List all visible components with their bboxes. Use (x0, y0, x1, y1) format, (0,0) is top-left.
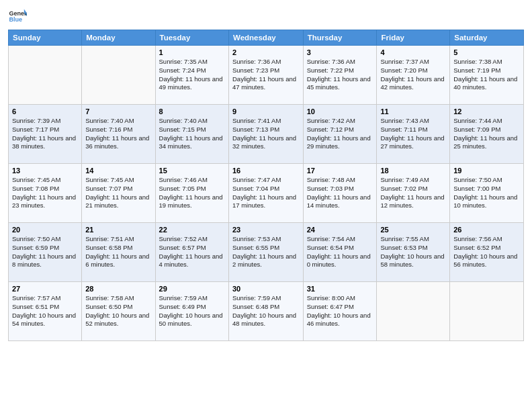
page-header: General Blue (8, 7, 524, 26)
weekday-header-monday: Monday (82, 30, 155, 46)
calendar-cell: 20 Sunrise: 7:50 AMSunset: 6:59 PMDaylig… (9, 223, 82, 282)
day-number: 18 (380, 167, 446, 175)
day-number: 8 (159, 107, 225, 116)
calendar-cell: 29 Sunrise: 7:59 AMSunset: 6:49 PMDaylig… (155, 282, 228, 341)
weekday-header-row: SundayMondayTuesdayWednesdayThursdayFrid… (9, 30, 524, 46)
calendar-cell: 21 Sunrise: 7:51 AMSunset: 6:58 PMDaylig… (82, 223, 155, 282)
calendar-cell: 4 Sunrise: 7:37 AMSunset: 7:20 PMDayligh… (377, 46, 450, 105)
logo: General Blue (8, 7, 28, 26)
calendar-cell: 15 Sunrise: 7:46 AMSunset: 7:05 PMDaylig… (155, 164, 228, 223)
week-row-2: 6 Sunrise: 7:39 AMSunset: 7:17 PMDayligh… (9, 105, 524, 164)
day-number: 29 (159, 285, 225, 293)
calendar-cell (82, 46, 155, 105)
day-info: Sunrise: 7:56 AMSunset: 6:52 PMDaylight:… (453, 235, 520, 269)
day-info: Sunrise: 7:36 AMSunset: 7:23 PMDaylight:… (232, 58, 300, 92)
day-info: Sunrise: 7:47 AMSunset: 7:04 PMDaylight:… (232, 176, 300, 210)
day-info: Sunrise: 7:50 AMSunset: 7:00 PMDaylight:… (453, 176, 520, 210)
logo-icon: General Blue (8, 7, 27, 26)
calendar-cell: 11 Sunrise: 7:43 AMSunset: 7:11 PMDaylig… (377, 105, 450, 164)
day-info: Sunrise: 7:44 AMSunset: 7:09 PMDaylight:… (453, 117, 520, 151)
calendar-cell: 9 Sunrise: 7:41 AMSunset: 7:13 PMDayligh… (228, 105, 303, 164)
day-number: 22 (159, 226, 225, 234)
day-info: Sunrise: 7:52 AMSunset: 6:57 PMDaylight:… (159, 235, 225, 269)
day-number: 20 (12, 226, 78, 234)
calendar-cell: 19 Sunrise: 7:50 AMSunset: 7:00 PMDaylig… (450, 164, 524, 223)
calendar-cell: 6 Sunrise: 7:39 AMSunset: 7:17 PMDayligh… (9, 105, 82, 164)
calendar-cell (450, 282, 524, 341)
weekday-header-tuesday: Tuesday (155, 30, 228, 46)
day-info: Sunrise: 7:36 AMSunset: 7:22 PMDaylight:… (307, 58, 373, 92)
day-number: 12 (453, 107, 520, 116)
day-info: Sunrise: 7:46 AMSunset: 7:05 PMDaylight:… (159, 176, 225, 210)
day-number: 3 (307, 48, 373, 56)
day-number: 23 (232, 226, 300, 234)
day-number: 17 (307, 167, 373, 175)
day-info: Sunrise: 7:48 AMSunset: 7:03 PMDaylight:… (307, 176, 373, 210)
calendar-cell: 25 Sunrise: 7:55 AMSunset: 6:53 PMDaylig… (377, 223, 450, 282)
day-info: Sunrise: 7:55 AMSunset: 6:53 PMDaylight:… (380, 235, 446, 269)
day-number: 30 (232, 285, 300, 293)
day-number: 19 (453, 167, 520, 175)
day-info: Sunrise: 7:51 AMSunset: 6:58 PMDaylight:… (85, 235, 151, 269)
day-info: Sunrise: 7:43 AMSunset: 7:11 PMDaylight:… (380, 117, 446, 151)
weekday-header-sunday: Sunday (9, 30, 82, 46)
calendar-cell (9, 46, 82, 105)
day-number: 5 (453, 48, 520, 56)
calendar-cell: 14 Sunrise: 7:45 AMSunset: 7:07 PMDaylig… (82, 164, 155, 223)
day-info: Sunrise: 7:50 AMSunset: 6:59 PMDaylight:… (12, 235, 78, 269)
week-row-1: 1 Sunrise: 7:35 AMSunset: 7:24 PMDayligh… (9, 46, 524, 105)
calendar-cell: 16 Sunrise: 7:47 AMSunset: 7:04 PMDaylig… (228, 164, 303, 223)
day-info: Sunrise: 7:40 AMSunset: 7:16 PMDaylight:… (85, 117, 151, 151)
day-info: Sunrise: 7:42 AMSunset: 7:12 PMDaylight:… (307, 117, 373, 151)
calendar-cell: 31 Sunrise: 8:00 AMSunset: 6:47 PMDaylig… (303, 282, 377, 341)
weekday-header-friday: Friday (377, 30, 450, 46)
day-number: 2 (232, 48, 300, 56)
day-info: Sunrise: 7:59 AMSunset: 6:48 PMDaylight:… (232, 294, 300, 328)
day-number: 21 (85, 226, 151, 234)
calendar-cell: 7 Sunrise: 7:40 AMSunset: 7:16 PMDayligh… (82, 105, 155, 164)
weekday-header-thursday: Thursday (303, 30, 377, 46)
weekday-header-saturday: Saturday (450, 30, 524, 46)
svg-text:Blue: Blue (9, 16, 22, 23)
calendar-cell: 5 Sunrise: 7:38 AMSunset: 7:19 PMDayligh… (450, 46, 524, 105)
calendar-cell: 10 Sunrise: 7:42 AMSunset: 7:12 PMDaylig… (303, 105, 377, 164)
day-number: 28 (85, 285, 151, 293)
weekday-header-wednesday: Wednesday (228, 30, 303, 46)
day-info: Sunrise: 7:45 AMSunset: 7:07 PMDaylight:… (85, 176, 151, 210)
day-info: Sunrise: 7:39 AMSunset: 7:17 PMDaylight:… (12, 117, 78, 151)
day-number: 1 (159, 48, 225, 56)
day-info: Sunrise: 7:57 AMSunset: 6:51 PMDaylight:… (12, 294, 78, 328)
day-number: 10 (307, 107, 373, 116)
calendar-cell: 12 Sunrise: 7:44 AMSunset: 7:09 PMDaylig… (450, 105, 524, 164)
day-number: 6 (12, 107, 78, 116)
calendar-cell: 27 Sunrise: 7:57 AMSunset: 6:51 PMDaylig… (9, 282, 82, 341)
day-number: 11 (380, 107, 446, 116)
day-number: 7 (85, 107, 151, 116)
calendar-cell: 22 Sunrise: 7:52 AMSunset: 6:57 PMDaylig… (155, 223, 228, 282)
day-number: 26 (453, 226, 520, 234)
day-info: Sunrise: 7:53 AMSunset: 6:55 PMDaylight:… (232, 235, 300, 269)
day-info: Sunrise: 7:45 AMSunset: 7:08 PMDaylight:… (12, 176, 78, 210)
calendar-cell: 23 Sunrise: 7:53 AMSunset: 6:55 PMDaylig… (228, 223, 303, 282)
day-info: Sunrise: 7:41 AMSunset: 7:13 PMDaylight:… (232, 117, 300, 151)
day-number: 16 (232, 167, 300, 175)
calendar-cell: 28 Sunrise: 7:58 AMSunset: 6:50 PMDaylig… (82, 282, 155, 341)
day-number: 13 (12, 167, 78, 175)
day-info: Sunrise: 7:58 AMSunset: 6:50 PMDaylight:… (85, 294, 151, 328)
week-row-3: 13 Sunrise: 7:45 AMSunset: 7:08 PMDaylig… (9, 164, 524, 223)
page-container: General Blue SundayMondayTuesdayWednesda… (0, 0, 532, 347)
day-number: 24 (307, 226, 373, 234)
day-number: 31 (307, 285, 373, 293)
calendar-cell: 3 Sunrise: 7:36 AMSunset: 7:22 PMDayligh… (303, 46, 377, 105)
day-info: Sunrise: 7:54 AMSunset: 6:54 PMDaylight:… (307, 235, 373, 269)
week-row-4: 20 Sunrise: 7:50 AMSunset: 6:59 PMDaylig… (9, 223, 524, 282)
calendar-cell: 30 Sunrise: 7:59 AMSunset: 6:48 PMDaylig… (228, 282, 303, 341)
calendar-cell: 2 Sunrise: 7:36 AMSunset: 7:23 PMDayligh… (228, 46, 303, 105)
day-number: 27 (12, 285, 78, 293)
day-number: 14 (85, 167, 151, 175)
calendar-cell: 24 Sunrise: 7:54 AMSunset: 6:54 PMDaylig… (303, 223, 377, 282)
day-info: Sunrise: 7:35 AMSunset: 7:24 PMDaylight:… (159, 58, 225, 92)
calendar-table: SundayMondayTuesdayWednesdayThursdayFrid… (8, 30, 524, 341)
day-info: Sunrise: 8:00 AMSunset: 6:47 PMDaylight:… (307, 294, 373, 328)
calendar-cell: 18 Sunrise: 7:49 AMSunset: 7:02 PMDaylig… (377, 164, 450, 223)
